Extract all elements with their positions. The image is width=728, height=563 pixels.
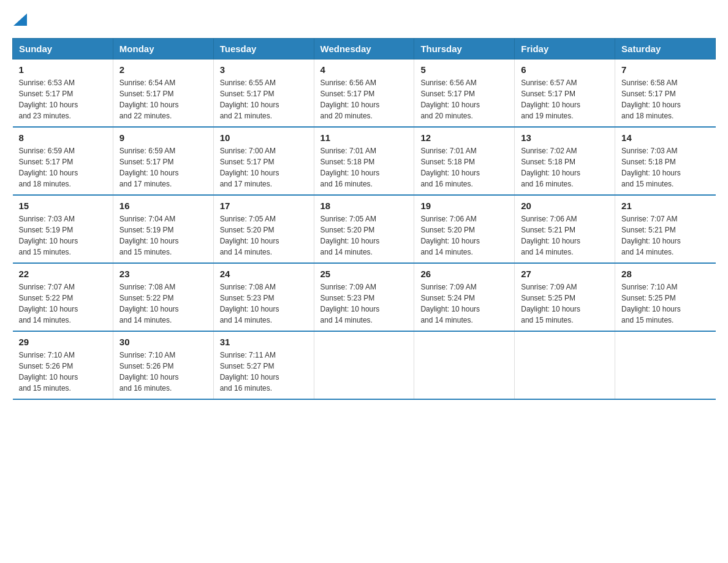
day-info: Sunrise: 7:03 AMSunset: 5:19 PMDaylight:… bbox=[19, 215, 78, 256]
calendar-day-cell: 4 Sunrise: 6:56 AMSunset: 5:17 PMDayligh… bbox=[314, 59, 414, 128]
day-info: Sunrise: 6:54 AMSunset: 5:17 PMDaylight:… bbox=[119, 79, 179, 120]
calendar-week-row: 8 Sunrise: 6:59 AMSunset: 5:17 PMDayligh… bbox=[13, 127, 716, 195]
day-info: Sunrise: 6:59 AMSunset: 5:17 PMDaylight:… bbox=[19, 147, 78, 188]
calendar-day-cell: 30 Sunrise: 7:10 AMSunset: 5:26 PMDaylig… bbox=[113, 331, 213, 399]
day-number: 18 bbox=[320, 201, 408, 211]
day-number: 21 bbox=[621, 201, 709, 211]
day-number: 29 bbox=[19, 337, 107, 347]
day-info: Sunrise: 7:11 AMSunset: 5:27 PMDaylight:… bbox=[220, 351, 279, 393]
calendar-day-cell: 13 Sunrise: 7:02 AMSunset: 5:18 PMDaylig… bbox=[515, 127, 615, 195]
day-number: 25 bbox=[320, 269, 408, 279]
calendar-week-row: 15 Sunrise: 7:03 AMSunset: 5:19 PMDaylig… bbox=[13, 195, 716, 263]
calendar-body: 1 Sunrise: 6:53 AMSunset: 5:17 PMDayligh… bbox=[13, 59, 716, 400]
day-info: Sunrise: 7:09 AMSunset: 5:24 PMDaylight:… bbox=[420, 283, 480, 324]
day-number: 15 bbox=[19, 201, 107, 211]
day-info: Sunrise: 7:05 AMSunset: 5:20 PMDaylight:… bbox=[320, 215, 380, 256]
day-number: 12 bbox=[420, 132, 508, 143]
calendar-day-cell: 17 Sunrise: 7:05 AMSunset: 5:20 PMDaylig… bbox=[213, 195, 314, 263]
day-number: 24 bbox=[220, 269, 308, 279]
day-info: Sunrise: 7:08 AMSunset: 5:22 PMDaylight:… bbox=[119, 283, 179, 324]
calendar-header-row: Sunday Monday Tuesday Wednesday Thursday… bbox=[13, 39, 716, 59]
calendar-day-cell: 31 Sunrise: 7:11 AMSunset: 5:27 PMDaylig… bbox=[213, 331, 314, 399]
logo bbox=[12, 12, 27, 26]
day-number: 5 bbox=[420, 64, 508, 75]
day-number: 20 bbox=[521, 201, 609, 211]
calendar-day-cell: 22 Sunrise: 7:07 AMSunset: 5:22 PMDaylig… bbox=[13, 263, 113, 331]
calendar-day-cell: 10 Sunrise: 7:00 AMSunset: 5:17 PMDaylig… bbox=[213, 127, 314, 195]
day-number: 4 bbox=[320, 64, 408, 75]
calendar-day-cell: 27 Sunrise: 7:09 AMSunset: 5:25 PMDaylig… bbox=[515, 263, 615, 331]
day-number: 14 bbox=[621, 132, 709, 143]
calendar-day-cell: 19 Sunrise: 7:06 AMSunset: 5:20 PMDaylig… bbox=[414, 195, 515, 263]
day-number: 9 bbox=[119, 132, 207, 143]
calendar-week-row: 29 Sunrise: 7:10 AMSunset: 5:26 PMDaylig… bbox=[13, 331, 716, 399]
day-number: 23 bbox=[119, 269, 207, 279]
calendar-day-cell bbox=[314, 331, 414, 399]
header-tuesday: Tuesday bbox=[213, 39, 314, 59]
calendar-day-cell bbox=[615, 331, 716, 399]
day-info: Sunrise: 7:09 AMSunset: 5:23 PMDaylight:… bbox=[320, 283, 380, 324]
calendar-day-cell: 9 Sunrise: 6:59 AMSunset: 5:17 PMDayligh… bbox=[113, 127, 213, 195]
svg-marker-0 bbox=[13, 13, 27, 26]
calendar-week-row: 22 Sunrise: 7:07 AMSunset: 5:22 PMDaylig… bbox=[13, 263, 716, 331]
calendar-day-cell: 6 Sunrise: 6:57 AMSunset: 5:17 PMDayligh… bbox=[515, 59, 615, 128]
header-wednesday: Wednesday bbox=[314, 39, 414, 59]
header-sunday: Sunday bbox=[13, 39, 113, 59]
calendar-day-cell: 21 Sunrise: 7:07 AMSunset: 5:21 PMDaylig… bbox=[615, 195, 716, 263]
day-info: Sunrise: 7:07 AMSunset: 5:21 PMDaylight:… bbox=[621, 215, 681, 256]
calendar-day-cell: 11 Sunrise: 7:01 AMSunset: 5:18 PMDaylig… bbox=[314, 127, 414, 195]
header-friday: Friday bbox=[515, 39, 615, 59]
day-info: Sunrise: 7:01 AMSunset: 5:18 PMDaylight:… bbox=[320, 147, 380, 188]
day-info: Sunrise: 7:07 AMSunset: 5:22 PMDaylight:… bbox=[19, 283, 78, 324]
header-monday: Monday bbox=[113, 39, 213, 59]
day-info: Sunrise: 7:10 AMSunset: 5:26 PMDaylight:… bbox=[119, 351, 179, 393]
day-number: 1 bbox=[19, 64, 107, 75]
day-info: Sunrise: 7:09 AMSunset: 5:25 PMDaylight:… bbox=[521, 283, 580, 324]
day-number: 22 bbox=[19, 269, 107, 279]
header-saturday: Saturday bbox=[615, 39, 716, 59]
calendar-day-cell: 12 Sunrise: 7:01 AMSunset: 5:18 PMDaylig… bbox=[414, 127, 515, 195]
calendar-day-cell bbox=[515, 331, 615, 399]
calendar-table: Sunday Monday Tuesday Wednesday Thursday… bbox=[12, 38, 716, 400]
day-number: 27 bbox=[521, 269, 609, 279]
day-info: Sunrise: 7:06 AMSunset: 5:20 PMDaylight:… bbox=[420, 215, 480, 256]
day-number: 11 bbox=[320, 132, 408, 143]
calendar-day-cell: 24 Sunrise: 7:08 AMSunset: 5:23 PMDaylig… bbox=[213, 263, 314, 331]
day-number: 28 bbox=[621, 269, 709, 279]
calendar-day-cell: 25 Sunrise: 7:09 AMSunset: 5:23 PMDaylig… bbox=[314, 263, 414, 331]
day-number: 17 bbox=[220, 201, 308, 211]
calendar-day-cell: 18 Sunrise: 7:05 AMSunset: 5:20 PMDaylig… bbox=[314, 195, 414, 263]
day-number: 3 bbox=[220, 64, 308, 75]
day-info: Sunrise: 6:53 AMSunset: 5:17 PMDaylight:… bbox=[19, 79, 78, 120]
day-info: Sunrise: 7:04 AMSunset: 5:19 PMDaylight:… bbox=[119, 215, 179, 256]
day-number: 26 bbox=[420, 269, 508, 279]
day-number: 7 bbox=[621, 64, 709, 75]
day-number: 30 bbox=[119, 337, 207, 347]
calendar-day-cell: 5 Sunrise: 6:56 AMSunset: 5:17 PMDayligh… bbox=[414, 59, 515, 128]
day-number: 16 bbox=[119, 201, 207, 211]
day-info: Sunrise: 7:00 AMSunset: 5:17 PMDaylight:… bbox=[220, 147, 279, 188]
day-info: Sunrise: 6:58 AMSunset: 5:17 PMDaylight:… bbox=[621, 79, 681, 120]
day-number: 19 bbox=[420, 201, 508, 211]
day-info: Sunrise: 6:56 AMSunset: 5:17 PMDaylight:… bbox=[420, 79, 480, 120]
calendar-day-cell: 14 Sunrise: 7:03 AMSunset: 5:18 PMDaylig… bbox=[615, 127, 716, 195]
day-info: Sunrise: 6:59 AMSunset: 5:17 PMDaylight:… bbox=[119, 147, 179, 188]
day-info: Sunrise: 6:56 AMSunset: 5:17 PMDaylight:… bbox=[320, 79, 380, 120]
day-number: 8 bbox=[19, 132, 107, 143]
calendar-day-cell: 15 Sunrise: 7:03 AMSunset: 5:19 PMDaylig… bbox=[13, 195, 113, 263]
day-number: 10 bbox=[220, 132, 308, 143]
day-number: 31 bbox=[220, 337, 308, 347]
calendar-day-cell: 8 Sunrise: 6:59 AMSunset: 5:17 PMDayligh… bbox=[13, 127, 113, 195]
calendar-day-cell: 1 Sunrise: 6:53 AMSunset: 5:17 PMDayligh… bbox=[13, 59, 113, 128]
logo-triangle-icon bbox=[13, 13, 27, 26]
calendar-day-cell: 29 Sunrise: 7:10 AMSunset: 5:26 PMDaylig… bbox=[13, 331, 113, 399]
calendar-week-row: 1 Sunrise: 6:53 AMSunset: 5:17 PMDayligh… bbox=[13, 59, 716, 128]
day-info: Sunrise: 7:08 AMSunset: 5:23 PMDaylight:… bbox=[220, 283, 279, 324]
day-number: 13 bbox=[521, 132, 609, 143]
day-number: 2 bbox=[119, 64, 207, 75]
header-thursday: Thursday bbox=[414, 39, 515, 59]
day-info: Sunrise: 7:05 AMSunset: 5:20 PMDaylight:… bbox=[220, 215, 279, 256]
calendar-day-cell: 16 Sunrise: 7:04 AMSunset: 5:19 PMDaylig… bbox=[113, 195, 213, 263]
page-header bbox=[12, 12, 716, 26]
day-number: 6 bbox=[521, 64, 609, 75]
